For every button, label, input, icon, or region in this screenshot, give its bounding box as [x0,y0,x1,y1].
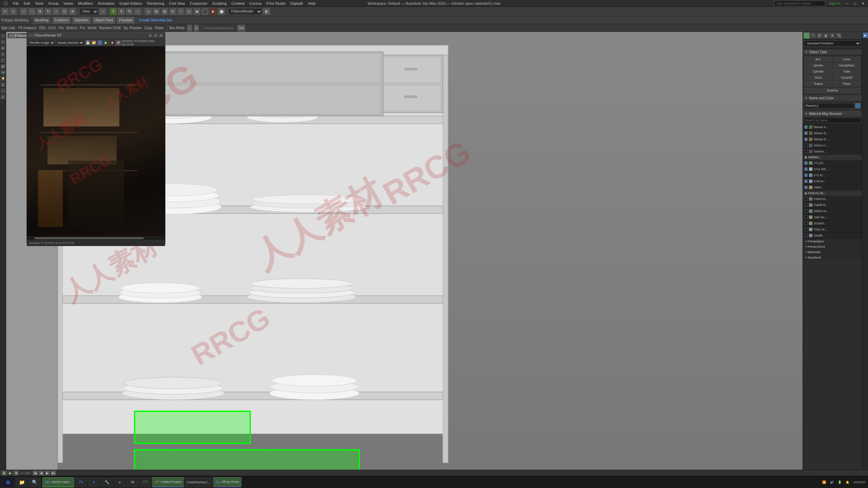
ie-taskbar-btn[interactable]: e [88,477,100,487]
tool-light[interactable]: 💡 [0,76,6,81]
spinner-snap-toggle[interactable]: ↕ [134,8,141,15]
tool-create[interactable]: + [0,33,6,39]
select-button[interactable]: ⊹ [20,8,27,15]
mat-item[interactable]: Weave E... [803,130,862,136]
win-close[interactable]: ✕ [860,0,867,7]
name-color-section[interactable]: Name and Color [803,95,862,101]
mat-checkbox[interactable] [804,138,808,141]
snap-toggle[interactable]: S [110,8,117,15]
fs-open[interactable]: 📂 [91,40,97,45]
modeling-tab[interactable]: Modeling [33,17,51,24]
menu-help[interactable]: Help [306,0,318,7]
element-select[interactable]: beauty element [56,40,84,45]
object-type-section[interactable]: Object Type [803,49,862,55]
untitled-project-taskbar-btn[interactable]: UP Untitled Project [152,477,184,487]
mat-item[interactable]: HdMi3 M... [803,208,862,214]
menu-rendering[interactable]: Rendering [145,0,166,7]
tray-network[interactable]: 📶 [821,481,827,484]
mat-item[interactable]: Weave E... [803,136,862,142]
fs-render-start[interactable]: ▶ [103,40,109,45]
tool-helpers[interactable]: ⊕ [0,82,6,87]
color-swatch[interactable] [855,103,861,108]
fstorm-minimize[interactable]: ─ [148,34,152,38]
fs-render-stop[interactable]: ■ [110,40,115,45]
redo-button[interactable]: ↪ [9,8,17,15]
menu-corona[interactable]: Corona [247,0,263,7]
timeline-next-btn[interactable]: ▶ [45,470,50,476]
selection-tab[interactable]: Selection [72,17,91,24]
mat-item[interactable]: Oak Mu... [803,214,862,220]
wall-section-header[interactable]: ▶ WallSiz... [803,155,862,160]
select-center-button[interactable]: ⊕ [69,8,76,15]
scale-button[interactable]: ⤢ [53,8,60,15]
mat-item[interactable]: Weave F... [803,124,862,130]
key-frame-btn[interactable]: ⧫ [1,470,7,476]
tool-rotate[interactable]: ↻ [0,52,6,57]
obj-torus[interactable]: Torus [804,75,832,80]
timeline-start-btn[interactable]: |◀ [33,470,38,476]
far-right-btn1[interactable]: ▶ [863,33,868,38]
populate-tab[interactable]: Populate [117,17,135,24]
mat-item[interactable]: Velour A... [803,142,862,148]
menu-animation[interactable]: Animation [96,0,117,7]
mat-checkbox[interactable] [804,161,808,165]
use-center-button[interactable]: ○ [99,8,106,15]
fstorm-taskbar-btn[interactable]: FS [139,477,152,487]
reference-coord-dropdown[interactable]: View World Local [79,8,98,15]
mat-item[interactable]: s+v1 Wh... [803,166,862,172]
timeline-prev-btn[interactable]: ◀ [39,470,44,476]
menu-tools[interactable]: Tools [33,0,46,7]
schematic-view-button[interactable]: ⊡ [185,8,193,15]
obj-box[interactable]: Box [804,57,832,62]
angle-snap-toggle[interactable]: A [118,8,125,15]
rp-hierarchy-icon[interactable]: ⊞ [816,33,823,39]
pvt-world[interactable]: Pvt · World [80,26,97,30]
undo-button[interactable]: ↩ [1,8,9,15]
menu-print-studio[interactable]: Print Studio [264,0,288,7]
mat-item[interactable]: Smallt... [803,232,862,239]
tray-notifications[interactable]: 🔔 [844,481,851,484]
obj-plane[interactable]: Plane [833,81,861,86]
mat-checkbox[interactable] [804,125,808,129]
affinity-photo-taskbar-btn[interactable]: Ap Affinity Photo [213,477,241,487]
mat-checkbox[interactable] [804,203,808,207]
object-name-input[interactable] [804,103,854,108]
percent-snap-toggle[interactable]: % [126,8,133,15]
mat-checkbox[interactable] [804,131,808,135]
obj-cone[interactable]: Cone [833,57,861,62]
menu-graph-editors[interactable]: Graph Editors [117,0,144,7]
random-uvw[interactable]: Random UVW [99,26,121,30]
psinstance-btn[interactable]: PS Instance [18,26,36,30]
mat-item[interactable]: Falloff M... [803,202,862,208]
email-taskbar-btn[interactable]: ✉ [126,477,139,487]
standard-section[interactable]: + Standard [803,255,862,260]
fs-save[interactable]: 💾 [85,40,91,45]
menu-content[interactable]: Content [230,0,247,7]
render-last-button[interactable]: ◧ [263,8,270,15]
render-mode-select[interactable]: Render Image [28,40,55,45]
tool-camera[interactable]: 📷 [0,70,6,75]
tool-select[interactable]: ↖ [0,39,6,45]
timeline-end-btn[interactable]: ▶| [51,470,56,476]
render-setup-button[interactable]: ⬛ [201,8,209,15]
menu-scripting[interactable]: Scripting [210,0,229,7]
menu-customize[interactable]: Customize [188,0,210,7]
mat-item[interactable]: 6+ld M... [803,178,862,184]
material-search-input[interactable] [804,118,861,123]
set-button[interactable]: Set [237,24,245,32]
active-shade-button[interactable]: ⬤ [218,8,225,15]
material-editor-button[interactable]: ◉ [193,8,201,15]
render-button[interactable]: ▶ [210,8,217,15]
mat-checkbox[interactable] [804,228,808,231]
layer-manager-button[interactable]: ▤ [161,8,168,15]
renderer-select[interactable]: FStormRender [228,8,262,15]
mat-checkbox[interactable] [804,167,808,171]
mat-item[interactable]: Scratch... [803,220,862,226]
fs-color[interactable]: C [97,40,103,45]
select-region-button[interactable]: ⬚ [28,8,36,15]
menu-group[interactable]: Group [46,0,61,7]
rp-display-icon[interactable]: ● [829,33,835,39]
win-maximize[interactable]: □ [852,0,858,7]
chrome-taskbar-btn[interactable]: ● [114,477,126,487]
curve-editor-button[interactable]: ⌇ [177,8,184,15]
